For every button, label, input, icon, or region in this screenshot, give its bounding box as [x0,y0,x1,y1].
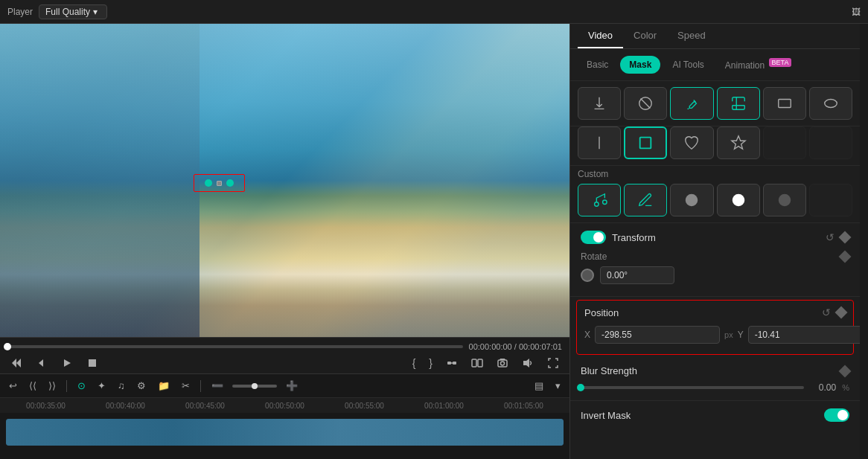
mask-btn-custom1[interactable] [578,184,621,216]
svg-rect-6 [453,362,456,365]
stop-button[interactable] [83,356,101,370]
mask-btn-custom4-white[interactable] [717,184,760,216]
zoom-track[interactable] [232,385,277,388]
progress-thumb[interactable] [4,343,11,350]
mask-btn-ellipse[interactable] [809,87,852,120]
blur-keyframe-icon[interactable] [839,365,852,377]
svg-marker-13 [523,359,529,367]
mask-btn-custom5-dark[interactable] [763,184,806,216]
timeline-add-track[interactable]: ✦ [95,379,109,393]
mark-in-button[interactable]: { [409,356,419,370]
timeline-import[interactable]: 📁 [155,379,173,393]
invert-mask-toggle[interactable] [824,408,849,422]
y-input[interactable] [748,326,860,344]
mask-dot-left[interactable] [205,179,212,187]
snapshot-button[interactable] [494,356,511,370]
panel-subtabs: Basic Mask AI Tools Animation BETA [570,49,860,81]
timeline-zoom-out[interactable]: ➖ [208,379,226,393]
tab-speed[interactable]: Speed [667,24,716,48]
timeline-track[interactable] [6,419,564,446]
mask-icons-row3 [570,181,860,223]
tab-video[interactable]: Video [578,24,623,48]
svg-rect-5 [447,362,451,365]
split-button[interactable] [443,356,461,370]
mask-dot-right[interactable] [226,179,234,187]
subtab-animation[interactable]: Animation BETA [716,55,801,74]
current-time: 00:00:00:00 [469,342,512,351]
blur-slider-row: 0.00 % [581,382,849,393]
mask-btn-download[interactable] [578,87,621,120]
subtab-mask[interactable]: Mask [620,56,660,74]
timeline-cut[interactable]: ✂ [179,379,193,393]
timeline-audio[interactable]: ♫ [115,379,128,393]
time-separator: / [514,342,517,351]
x-input[interactable] [595,326,720,344]
video-container [0,24,569,337]
timeline-layers[interactable]: ▤ [532,379,546,393]
audio-button[interactable] [519,356,537,370]
mask-btn-no-mask[interactable] [624,87,667,120]
position-keyframe-icon[interactable] [835,306,848,319]
mark-out-button[interactable]: } [426,356,435,370]
timeline-settings[interactable]: ⚙ [134,379,149,393]
fullscreen-button[interactable] [544,356,562,370]
blur-slider-track[interactable] [581,386,804,389]
mask-btn-heart[interactable] [670,126,713,159]
quality-selector[interactable]: Full Quality ▾ [39,4,107,19]
tab-color[interactable]: Color [623,24,667,48]
subtab-basic[interactable]: Basic [578,56,617,74]
timeline-chevron[interactable]: ▾ [552,379,564,393]
zoom-thumb[interactable] [252,383,258,389]
timeline-back-button[interactable]: ↩ [6,379,20,393]
play-back-button[interactable] [33,356,51,370]
main-layout: 00:00:00:00 / 00:00:07:01 [0,24,868,459]
ruler-mark-1: 00:00:35:00 [6,402,86,410]
rewind-button[interactable] [7,356,25,370]
subtab-ai-tools[interactable]: AI Tools [663,56,712,74]
progress-track[interactable] [7,345,463,348]
transform-toggle[interactable] [581,231,606,244]
rotate-keyframe-icon[interactable] [839,251,852,263]
timeline-track-toggle[interactable]: ⊙ [74,379,89,393]
mask-btn-custom2[interactable] [624,184,667,216]
svg-marker-0 [12,359,16,367]
position-header: Position ↺ [584,306,846,318]
blur-unit: % [842,383,849,392]
mask-btn-star[interactable] [717,126,760,159]
mask-btn-pen[interactable] [670,87,713,120]
invert-header: Invert Mask [581,408,849,422]
screenshot-icon[interactable]: 🖼 [852,7,861,17]
mask-dot-center[interactable] [217,181,222,186]
position-section: Position ↺ X px Y px [576,300,854,355]
video-background [0,24,569,337]
ruler-mark-7: 00:01:05:00 [484,402,564,410]
mask-btn-rect-outline[interactable] [624,126,667,159]
mask-control-overlay[interactable] [194,174,245,192]
position-reset-icon[interactable]: ↺ [822,306,831,318]
timeline-next-button[interactable]: ⟩⟩ [45,379,59,393]
ruler-mark-4: 00:00:50:00 [245,402,325,410]
mask-btn-smart-cutout[interactable] [717,87,760,120]
transform-keyframe-icon[interactable] [839,231,852,244]
svg-rect-9 [478,359,482,367]
track-gradient [6,419,564,446]
mask-btn-rectangle[interactable] [763,87,806,120]
position-inputs-row: X px Y px [584,326,846,344]
mask-btn-line[interactable] [578,126,621,159]
timeline-prev-button[interactable]: ⟨⟨ [26,379,39,393]
custom-label: Custom [570,166,860,181]
svg-point-11 [501,362,505,365]
transform-reset-icon[interactable]: ↺ [826,231,835,243]
transform-label: Transform [612,232,820,243]
ruler-mark-6: 00:01:00:00 [404,402,484,410]
mask-btn-custom3-gray[interactable] [670,184,713,216]
blur-slider-thumb[interactable] [577,384,584,391]
screen-split-button[interactable] [468,356,486,370]
blur-value: 0.00 [810,382,836,393]
timeline-track-area [0,413,569,459]
rotate-input[interactable] [600,266,674,284]
rotate-circle[interactable] [581,269,594,282]
play-button[interactable] [58,356,76,370]
position-label: Position [584,307,816,318]
timeline-zoom-in[interactable]: ➕ [283,379,301,393]
